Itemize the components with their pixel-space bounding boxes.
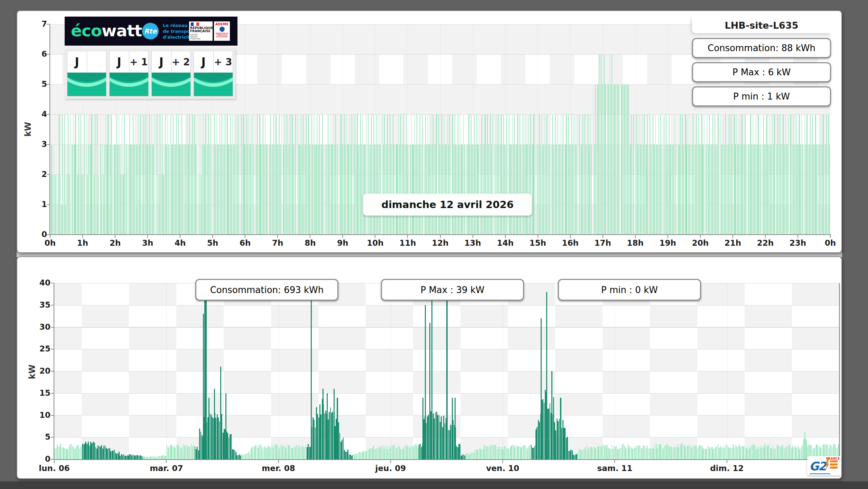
y-tick-mark [51, 459, 54, 460]
y-tick-mark [51, 437, 54, 438]
weekly-plot-area [54, 283, 839, 459]
ecowatt-eco-text: éco [71, 21, 102, 40]
stat-badge: P Max : 6 kW [692, 62, 831, 82]
stat-badge: P Max : 39 kW [381, 279, 524, 301]
y-tick-label: 35 [30, 300, 50, 309]
x-tick-mark [440, 235, 441, 238]
y-tick-label: 5 [27, 79, 47, 88]
weekly-chart-panel: 0510152025303540 lun. 06mar. 07mer. 08je… [17, 256, 842, 479]
x-tick-mark [54, 460, 55, 463]
green-signal-wave-icon [152, 73, 190, 96]
day-button-j+1[interactable]: J+ 1 [109, 51, 149, 96]
x-tick-mark [147, 235, 148, 238]
g2e-france-text: FRANCE [826, 457, 840, 460]
x-axis-line [54, 459, 840, 460]
x-tick-mark [245, 235, 245, 238]
x-tick-label: ven. 10 [482, 464, 523, 473]
y-tick-label: 10 [30, 411, 50, 420]
day-button-offset: + 1 [129, 51, 149, 73]
x-tick-mark [635, 235, 636, 238]
green-signal-wave-icon [67, 73, 106, 96]
y-tick-label: 7 [27, 19, 47, 28]
y-tick-mark [47, 144, 49, 145]
x-tick-mark [310, 235, 310, 238]
ademe-subtitle: AGENCE DE LA TRANSITION ÉCOLOGIQUE [214, 32, 230, 38]
dashboard: 01234567 0h1h2h3h4h5h6h7h8h9h10h11h12h13… [0, 0, 868, 489]
chart-right-border [839, 283, 840, 459]
y-tick-label: 25 [30, 344, 50, 353]
x-tick-label: lun. 06 [34, 464, 75, 473]
day-button-offset [87, 51, 106, 73]
y-tick-mark [51, 283, 54, 283]
daily-chart-panel: 01234567 0h1h2h3h4h5h6h7h8h9h10h11h12h13… [17, 10, 842, 253]
y-tick-mark [51, 393, 54, 394]
window-bottom-bar [0, 481, 868, 489]
x-tick-mark [614, 460, 615, 463]
x-tick-mark [166, 460, 167, 463]
site-label: LHB-site-L635 [692, 17, 831, 33]
republique-francaise-logo: RÉPUBLIQUEFRANÇAISE Liberté Égalité Frat… [189, 21, 213, 41]
x-tick-label: mar. 07 [146, 464, 187, 473]
y-tick-label: 0 [30, 454, 50, 463]
day-button-j[interactable]: J [67, 51, 106, 96]
y-tick-mark [51, 371, 54, 372]
x-tick-mark [342, 235, 343, 238]
y-tick-label: 1 [27, 200, 47, 209]
x-tick-mark [502, 460, 503, 463]
y-tick-label: 15 [30, 388, 50, 397]
ademe-text: ADEME [215, 22, 228, 26]
x-tick-mark [407, 235, 408, 238]
x-tick-mark [570, 235, 571, 238]
x-tick-mark [668, 235, 668, 238]
x-tick-mark [732, 235, 733, 238]
day-button-offset: + 2 [171, 51, 191, 73]
green-signal-wave-icon [110, 73, 148, 96]
rte-logo: Rte [142, 23, 159, 39]
g2e-tagline-line [810, 473, 830, 474]
x-tick-mark [765, 235, 766, 238]
stat-badge: Consommation: 88 kWh [692, 38, 831, 58]
ecowatt-day-buttons: JJ+ 1J+ 2J+ 3 [65, 48, 235, 99]
day-button-label: J [194, 51, 214, 73]
republique-francaise-text: RÉPUBLIQUEFRANÇAISE [190, 27, 212, 33]
y-tick-mark [51, 349, 54, 349]
x-tick-mark [390, 460, 391, 463]
x-tick-label: sam. 11 [594, 464, 635, 473]
x-tick-mark [473, 235, 473, 238]
x-tick-label: 0h [810, 238, 851, 247]
x-tick-mark [82, 235, 83, 238]
y-tick-mark [51, 327, 54, 328]
day-button-j+3[interactable]: J+ 3 [194, 51, 233, 96]
g2e-e-icon [830, 460, 838, 469]
x-tick-mark [277, 235, 278, 238]
y-tick-mark [51, 305, 54, 305]
y-tick-mark [47, 24, 49, 25]
x-tick-mark [830, 235, 831, 238]
day-button-label: J [67, 51, 87, 73]
y-tick-mark [47, 54, 49, 55]
x-tick-mark [180, 235, 180, 238]
french-flag-icon [191, 22, 199, 26]
y-axis-unit-label: kW [27, 365, 37, 379]
y-tick-mark [51, 415, 54, 416]
y-axis-line [49, 24, 50, 235]
day-button-label: J [110, 51, 129, 73]
ademe-logo: ADEME AGENCE DE LA TRANSITION ÉCOLOGIQUE [214, 21, 230, 41]
ecowatt-wordmark: écowatt [71, 21, 142, 40]
weekly-bars-layer [54, 283, 839, 459]
x-tick-mark [375, 235, 375, 238]
x-tick-mark [50, 235, 50, 238]
x-tick-mark [700, 235, 701, 238]
x-tick-mark [797, 235, 798, 238]
ademe-globe-icon [220, 27, 225, 32]
y-tick-label: 40 [30, 278, 50, 287]
y-tick-mark [47, 114, 49, 115]
x-tick-mark [505, 235, 506, 238]
y-tick-label: 0 [27, 230, 47, 239]
y-axis-unit-label: kW [23, 122, 33, 137]
x-tick-mark [727, 460, 727, 463]
green-signal-wave-icon [194, 73, 233, 96]
y-tick-mark [47, 234, 49, 235]
day-button-j+2[interactable]: J+ 2 [151, 51, 191, 96]
x-tick-label: jeu. 09 [370, 464, 411, 473]
